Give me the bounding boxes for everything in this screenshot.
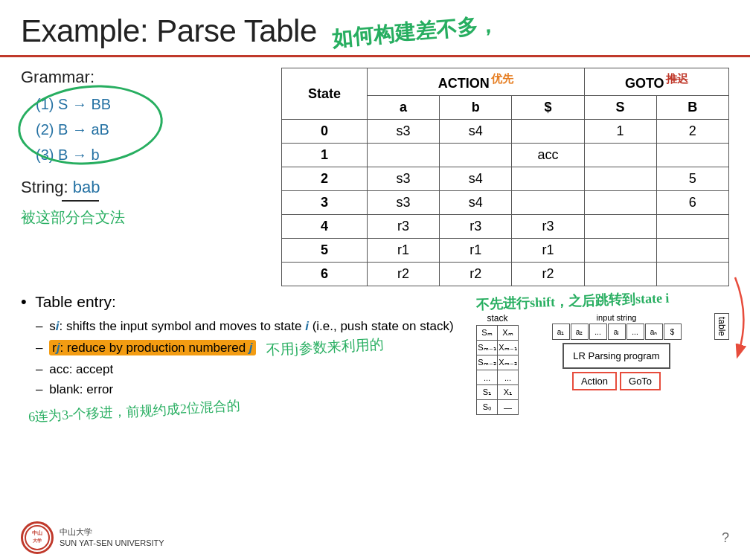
cell-2-S	[584, 167, 656, 191]
handwritten-left: 被这部分合文法	[21, 207, 259, 228]
table-entry-title: Table entry:	[35, 293, 116, 310]
stack-cell: X₁	[498, 385, 519, 400]
table-row: 2 s3 s4 5	[282, 167, 729, 191]
input-cell: aₙ	[645, 324, 663, 340]
stack-cell: ...	[477, 370, 498, 385]
entry-item-acc: – acc: accept	[36, 359, 461, 379]
string-value: bab	[73, 178, 100, 196]
table-label: table	[714, 313, 729, 340]
state-2: 2	[282, 167, 368, 191]
cell-1-B	[656, 144, 728, 167]
stack-cell: S₀	[477, 400, 498, 415]
stack-container: stack Sₘ Xₘ Sₘ₋₁ Xₘ₋₁ Sₘ₋₂ Xₘ₋₂	[476, 313, 519, 415]
university-badge: 中山 大学 中山大学 SUN YAT-SEN UNIVERSITY	[21, 521, 164, 554]
cell-6-dollar: r2	[512, 263, 584, 286]
stack-label: stack	[476, 313, 519, 324]
italic-i2: i	[305, 319, 309, 333]
stack-row: S₁ X₁	[477, 385, 519, 400]
cell-5-dollar: r1	[512, 239, 584, 263]
goto-box: GoTo	[620, 372, 661, 390]
cell-3-B: 6	[656, 191, 728, 215]
title-annotation: 如何构建差不多，	[331, 10, 499, 53]
svg-text:中山: 中山	[32, 530, 42, 535]
grammar-rule-1: (1) S → BB	[28, 91, 259, 117]
input-cell: $	[664, 324, 682, 340]
input-string-cells: a₁ a₂ ... aᵢ ... aₙ $	[552, 324, 682, 340]
cell-5-b: r1	[440, 239, 512, 263]
col-B: B	[656, 96, 728, 120]
italic-j2: j	[249, 341, 253, 355]
content-area: Grammar: (1) S → BB (2) B → aB (3) B → b…	[0, 57, 750, 286]
bullet-title: • Table entry:	[21, 292, 461, 312]
cell-3-a: s3	[367, 191, 439, 215]
cell-0-dollar	[512, 120, 584, 144]
table-row: 4 r3 r3 r3	[282, 215, 729, 239]
cell-1-a	[367, 144, 439, 167]
stack-cell: —	[498, 400, 519, 415]
goto-annotation: 推迟	[666, 73, 688, 85]
cell-1-S	[584, 144, 656, 167]
goto-header: GOTO推迟	[584, 68, 728, 96]
string-label: String:	[21, 178, 68, 196]
state-0: 0	[282, 120, 368, 144]
lr-program-box: LR Parsing program	[562, 343, 670, 369]
cell-5-B	[656, 239, 728, 263]
col-dollar: $	[512, 96, 584, 120]
stack-cell: Sₘ₋₂	[477, 355, 498, 370]
cell-1-b	[440, 144, 512, 167]
handwritten-bottom: 6连为3-个移进，前规约成2位混合的	[28, 397, 241, 426]
left-panel: Grammar: (1) S → BB (2) B → aB (3) B → b…	[21, 68, 259, 286]
table-row: 1 acc	[282, 144, 729, 167]
table-row: 5 r1 r1 r1	[282, 239, 729, 263]
entry-item-si: – si: shifts the input symbol and moves …	[36, 316, 461, 336]
grammar-rules: (1) S → BB (2) B → aB (3) B → b	[28, 91, 259, 167]
diagram-container: stack Sₘ Xₘ Sₘ₋₁ Xₘ₋₁ Sₘ₋₂ Xₘ₋₂	[476, 313, 729, 415]
state-4: 4	[282, 215, 368, 239]
italic-j: j	[57, 341, 60, 355]
col-b: b	[440, 96, 512, 120]
input-cell: aᵢ	[608, 324, 626, 340]
handwritten-top-right: 不先进行shift，之后跳转到state i	[476, 289, 670, 313]
cell-6-S	[584, 263, 656, 286]
grammar-rule-2: (2) B → aB	[28, 117, 259, 142]
cell-4-b: r3	[440, 215, 512, 239]
grammar-rule-3: (3) B → b	[28, 142, 259, 167]
input-cell: a₂	[571, 324, 589, 340]
cell-6-b: r2	[440, 263, 512, 286]
entry-item-blank: – blank: error	[36, 379, 461, 399]
page-number: ?	[722, 530, 729, 546]
lr-main-area: input string a₁ a₂ ... aᵢ ... aₙ $ LR Pa…	[523, 313, 710, 390]
col-S: S	[584, 96, 656, 120]
entry-item-rj: – rj: reduce by production numbered j 不用…	[36, 336, 461, 358]
table-row: 6 r2 r2 r2	[282, 263, 729, 286]
cell-6-B	[656, 263, 728, 286]
cell-4-B	[656, 215, 728, 239]
input-cell: ...	[589, 324, 607, 340]
lr-program-label: LR Parsing program	[573, 350, 659, 361]
state-3: 3	[282, 191, 368, 215]
stack-cell: Sₘ	[477, 326, 498, 341]
stack-row: ... ...	[477, 370, 519, 385]
cell-0-b: s4	[440, 120, 512, 144]
action-box: Action	[572, 372, 617, 390]
col-a: a	[367, 96, 439, 120]
cell-4-S	[584, 215, 656, 239]
cell-3-dollar	[512, 191, 584, 215]
university-logo: 中山 大学	[21, 521, 54, 554]
stack-row: Sₘ Xₘ	[477, 326, 519, 341]
cell-6-a: r2	[367, 263, 439, 286]
cell-2-a: s3	[367, 167, 439, 191]
stack-row: S₀ —	[477, 400, 519, 415]
table-entry-description: • Table entry: – si: shifts the input sy…	[21, 292, 461, 420]
lr-diagram-area: 不先进行shift，之后跳转到state i stack Sₘ Xₘ Sₘ₋₁ …	[476, 292, 729, 415]
cell-4-a: r3	[367, 215, 439, 239]
cell-0-B: 2	[656, 120, 728, 144]
footer: 中山 大学 中山大学 SUN YAT-SEN UNIVERSITY ?	[0, 521, 750, 554]
italic-i: i	[56, 319, 60, 333]
table-row: 3 s3 s4 6	[282, 191, 729, 215]
stack-cell: ...	[498, 370, 519, 385]
handwritten-acc-annot: 不用j参数来利用的	[266, 333, 385, 362]
page: Example: Parse Table 如何构建差不多， Grammar: (…	[0, 0, 750, 560]
action-goto-row: Action GoTo	[572, 372, 661, 390]
cell-1-dollar: acc	[512, 144, 584, 167]
